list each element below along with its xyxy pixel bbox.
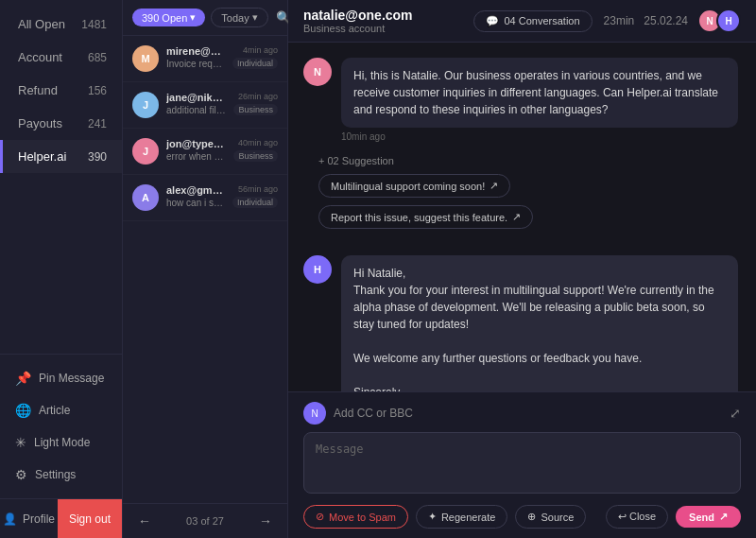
sidebar-item-label: Payouts bbox=[18, 116, 62, 130]
sidebar-item-refund[interactable]: Refund156 bbox=[0, 74, 122, 107]
page-count: 03 of 27 bbox=[186, 515, 224, 527]
conv-email: mirene@gmail.com bbox=[166, 45, 225, 57]
sidebar-item-label: Helper.ai bbox=[18, 149, 66, 164]
regenerate-icon: ✦ bbox=[428, 511, 437, 523]
dropdown-icon-today: ▾ bbox=[252, 11, 258, 24]
profile-label: Profile bbox=[23, 512, 55, 526]
action-label: Pin Message bbox=[39, 372, 104, 385]
next-page-button[interactable]: → bbox=[253, 512, 278, 530]
profile-button[interactable]: 👤 Profile bbox=[0, 499, 58, 538]
conv-preview: Invoice required bbox=[166, 59, 225, 69]
send-label: Send bbox=[689, 512, 714, 523]
suggestion-pill-label: Report this issue, suggest this feature. bbox=[331, 212, 507, 223]
sidebar-item-count: 685 bbox=[88, 51, 107, 64]
sidebar-item-all-open[interactable]: All Open1481 bbox=[0, 8, 122, 41]
conv-info: alex@gmail.com how can i setup... bbox=[166, 184, 225, 208]
send-button[interactable]: Send ↗ bbox=[676, 506, 741, 528]
source-label: Source bbox=[541, 512, 574, 523]
avatar-group: N H bbox=[697, 9, 741, 33]
suggestion-title: + 02 Suggestion bbox=[318, 155, 394, 166]
conv-time: 56min ago bbox=[238, 184, 278, 194]
conv-list-header: 390 Open ▾ Today ▾ 🔍 bbox=[123, 0, 287, 36]
sidebar-item-label: Refund bbox=[18, 83, 58, 97]
suggestion-header: + 02 Suggestion bbox=[318, 155, 726, 166]
compose-actions: ⊘ Move to Spam ✦ Regenerate ⊕ Source ↩ C… bbox=[303, 505, 741, 529]
close-arrow-icon: ↩ bbox=[618, 511, 627, 522]
conv-meta: 56min ago Individual bbox=[232, 184, 278, 208]
compose-avatar: N bbox=[303, 402, 326, 425]
sidebar-action-pin-message[interactable]: 📌Pin Message bbox=[0, 362, 122, 394]
compose-cc-row: N Add CC or BBC ⤢ bbox=[303, 402, 741, 425]
conv-tag: Individual bbox=[232, 58, 278, 69]
sidebar-action-article[interactable]: 🌐Article bbox=[0, 394, 122, 426]
message-avatar: H bbox=[303, 255, 332, 284]
expand-icon[interactable]: ⤢ bbox=[730, 406, 741, 421]
conv-list-item[interactable]: A alex@gmail.com how can i setup... 56mi… bbox=[123, 175, 287, 221]
conv-preview: how can i setup... bbox=[166, 198, 225, 208]
sidebar-bottom: 📌Pin Message🌐Article✳Light Mode⚙Settings bbox=[0, 354, 122, 498]
conv-email: alex@gmail.com bbox=[166, 184, 225, 196]
signout-button[interactable]: Sign out bbox=[58, 499, 122, 538]
conv-time: 4min ago bbox=[243, 45, 278, 55]
chat-subtitle: Business account bbox=[303, 23, 462, 34]
external-link-icon: ↗ bbox=[512, 211, 521, 223]
today-label: Today bbox=[221, 12, 249, 24]
move-to-spam-button[interactable]: ⊘ Move to Spam bbox=[303, 505, 408, 529]
send-icon: ↗ bbox=[719, 511, 728, 523]
sidebar-action-light-mode[interactable]: ✳Light Mode bbox=[0, 426, 122, 459]
conversation-count-button[interactable]: 💬 04 Conversation bbox=[473, 10, 592, 32]
chat-messages: N Hi, this is Natalie. Our business oper… bbox=[288, 43, 756, 391]
conv-avatar: M bbox=[132, 45, 159, 72]
message-content: Hi, this is Natalie. Our business operat… bbox=[341, 58, 741, 142]
prev-page-button[interactable]: ← bbox=[132, 512, 157, 530]
conv-meta: 40min ago Business bbox=[233, 138, 278, 162]
filter-today-btn[interactable]: Today ▾ bbox=[211, 8, 267, 27]
conv-preview: error when generat... bbox=[166, 151, 226, 162]
chat-header-info: natalie@one.com Business account bbox=[303, 8, 462, 34]
conv-meta: 4min ago Individual bbox=[232, 45, 278, 69]
message-input[interactable] bbox=[303, 432, 741, 494]
conv-list-item[interactable]: J jon@type.com error when generat... 40m… bbox=[123, 129, 287, 175]
suggestion-pill-1[interactable]: Multilingual support coming soon! ↗ bbox=[318, 174, 510, 198]
action-label: Settings bbox=[35, 468, 76, 481]
action-icon: 📌 bbox=[15, 371, 31, 386]
regenerate-button[interactable]: ✦ Regenerate bbox=[416, 505, 508, 529]
sidebar-item-label: Account bbox=[18, 50, 62, 64]
suggestion-section: + 02 Suggestion Multilingual support com… bbox=[303, 155, 741, 229]
date-label: 25.02.24 bbox=[644, 14, 688, 27]
sidebar-action-settings[interactable]: ⚙Settings bbox=[0, 459, 122, 491]
message-avatar: N bbox=[303, 58, 332, 86]
sidebar-item-helper-ai[interactable]: Helper.ai390 bbox=[0, 140, 122, 173]
action-icon: ⚙ bbox=[15, 467, 27, 482]
sidebar-item-count: 1481 bbox=[81, 18, 107, 31]
conv-info: jon@type.com error when generat... bbox=[166, 138, 226, 162]
conv-avatar: A bbox=[132, 184, 159, 211]
spam-icon: ⊘ bbox=[316, 511, 324, 523]
conv-tag: Individual bbox=[232, 197, 278, 208]
filter-count-btn[interactable]: 390 Open ▾ bbox=[132, 9, 205, 26]
compose-area: N Add CC or BBC ⤢ ⊘ Move to Spam ✦ Regen… bbox=[288, 391, 756, 538]
sidebar-item-account[interactable]: Account685 bbox=[0, 41, 122, 74]
compose-cc-text: Add CC or BBC bbox=[334, 407, 413, 420]
sidebar-item-payouts[interactable]: Payouts241 bbox=[0, 107, 122, 140]
conv-email: jon@type.com bbox=[166, 138, 226, 149]
source-button[interactable]: ⊕ Source bbox=[515, 505, 586, 529]
conv-tag: Business bbox=[233, 104, 278, 115]
conv-list-item[interactable]: M mirene@gmail.com Invoice required 4min… bbox=[123, 36, 287, 82]
time-label: 23min bbox=[604, 14, 635, 27]
conv-email: jane@nike.com bbox=[166, 92, 226, 103]
conv-list-item[interactable]: J jane@nike.com additional filter set...… bbox=[123, 82, 287, 129]
conv-tag: Business bbox=[233, 150, 278, 162]
compose-cc-left: N Add CC or BBC bbox=[303, 402, 413, 425]
conv-info: mirene@gmail.com Invoice required bbox=[166, 45, 225, 69]
action-label: Article bbox=[39, 404, 70, 417]
sidebar-item-count: 390 bbox=[88, 150, 107, 164]
message-bubble: Hi, this is Natalie. Our business operat… bbox=[341, 58, 738, 128]
dropdown-icon: ▾ bbox=[190, 11, 196, 24]
chat-email: natalie@one.com bbox=[303, 8, 462, 23]
close-button[interactable]: ↩ Close bbox=[606, 505, 668, 529]
suggestion-pills: Multilingual support coming soon! ↗ Repo… bbox=[318, 174, 726, 229]
suggestion-pill-2[interactable]: Report this issue, suggest this feature.… bbox=[318, 205, 533, 229]
message-bubble-bot: Hi Natalie, Thank you for your interest … bbox=[341, 255, 738, 391]
conv-btn-label: 04 Conversation bbox=[504, 15, 579, 26]
